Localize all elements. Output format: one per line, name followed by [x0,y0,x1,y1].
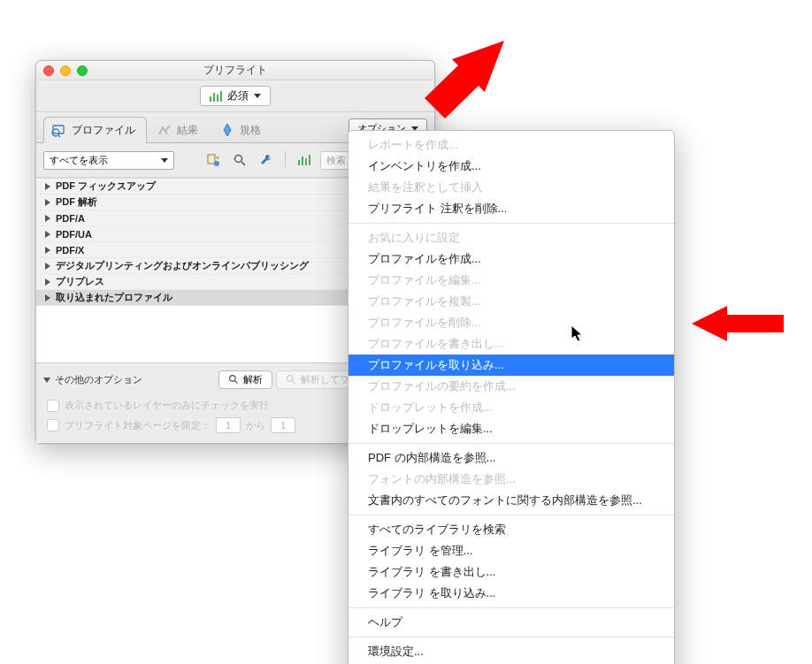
menu-item: お気に入りに設定 [349,227,674,248]
menu-item-label: PDF の内部構造を参照... [368,451,495,464]
tree-label: デジタルプリンティングおよびオンラインパブリッシング [56,259,309,272]
chart-icon-button[interactable] [294,150,315,170]
menu-item[interactable]: プロファイルを取り込み... [349,355,674,376]
window-controls [43,65,88,76]
tab-profile[interactable]: プロファイル [43,117,147,143]
disclosure-triangle-icon [45,279,50,286]
disclosure-triangle-icon [45,183,50,190]
menu-item-label: ライブラリ を管理... [368,544,472,557]
menu-item[interactable]: ライブラリ を管理... [349,540,674,561]
menu-separator [349,443,674,444]
menu-item[interactable]: ヘルプ [349,612,674,633]
layer-check-label: 表示されているレイヤーのみにチェックを実行 [65,399,269,412]
svg-point-11 [287,376,294,382]
menu-item-label: ライブラリ を書き出し... [368,565,495,578]
svg-point-9 [230,376,236,382]
tab-results-label: 結果 [177,123,198,138]
annotation-arrow-top [417,41,515,120]
menu-item-label: プロファイルを書き出し... [368,337,504,350]
tab-standards[interactable]: 規格 [211,117,272,143]
analyze-label: 解析 [243,373,263,386]
menu-item: フォントの内部構造を参照... [349,469,674,490]
menu-item-label: 環境設定... [368,645,424,658]
svg-line-2 [58,135,60,137]
menu-item[interactable]: 文書内のすべてのフォントに関する内部構造を参照... [349,490,674,511]
menu-item-label: ドロップレットを編集... [368,422,493,435]
menu-item: プロファイルを複製... [349,291,674,312]
menu-item[interactable]: ライブラリ を書き出し... [349,561,674,583]
page-to-connector: から [246,419,265,432]
results-icon [157,122,172,138]
disclosure-triangle-icon [45,263,50,270]
tree-label: PDF フィックスアップ [56,179,156,193]
menu-item-label: 結果を注釈として挿入 [368,180,483,194]
minimize-window-button[interactable] [60,65,71,76]
close-window-button[interactable] [43,65,54,76]
tab-results[interactable]: 結果 [149,117,210,143]
menu-item[interactable]: プリフライト 注釈を削除... [349,198,674,219]
analyze-button[interactable]: 解析 [218,370,272,389]
chevron-down-icon [254,94,261,98]
menu-item[interactable]: PDF の内部構造を参照... [349,447,674,469]
svg-point-7 [235,156,242,163]
magnifier-icon [228,374,240,385]
cursor-icon [571,325,586,343]
menu-item[interactable]: ドロップレットを編集... [349,418,674,439]
disclosure-triangle-icon [45,247,50,254]
menu-item-label: インベントリを作成... [368,159,481,172]
other-options-label: その他のオプション [55,373,142,386]
other-options-toggle[interactable]: その他のオプション [43,373,142,386]
tab-standards-label: 規格 [240,123,261,138]
menu-item[interactable]: 環境設定... [349,641,674,662]
profile-icon [51,122,67,138]
tree-label: PDF/X [56,245,84,256]
page-from-input[interactable]: 1 [216,417,241,433]
view-filter-value: すべてを表示 [50,154,108,167]
favorites-icon-button[interactable] [203,150,224,170]
menu-item[interactable]: すべてのライブラリを検索 [349,519,674,540]
standards-icon [219,122,235,138]
menu-item-label: プロファイルを作成... [368,252,481,265]
page-limit-label: プリフライト対象ページを限定： [65,419,211,432]
zoom-window-button[interactable] [77,65,88,76]
menu-item-label: ドロップレットを作成... [368,401,493,414]
page-to-input[interactable]: 1 [271,417,295,433]
menu-item: プロファイルの要約を作成... [349,376,674,397]
menu-item[interactable]: ライブラリ を取り込み... [349,583,674,604]
divider [285,151,286,169]
search-icon-button[interactable] [229,150,250,170]
disclosure-triangle-icon [45,199,50,206]
menu-item-label: すべてのライブラリを検索 [368,523,506,536]
menu-item: プロファイルを削除... [349,312,674,333]
view-filter-dropdown[interactable]: すべてを表示 [43,151,174,170]
menu-item[interactable]: プロファイルを作成... [349,248,674,270]
menu-item-label: ヘルプ [368,615,402,629]
layer-checkbox[interactable] [47,400,59,412]
menu-item-label: お気に入りに設定 [368,231,460,244]
wrench-icon-button[interactable] [256,150,277,170]
severity-dropdown[interactable]: 必須 [200,86,271,106]
menu-item-label: フォントの内部構造を参照... [368,472,516,485]
menu-item[interactable]: インベントリを作成... [349,156,674,177]
svg-marker-5 [216,156,219,160]
svg-marker-13 [425,41,504,118]
menu-item-label: プロファイルを編集... [368,273,481,286]
tree-label: プリプレス [56,275,104,288]
page-limit-checkbox[interactable] [47,419,59,431]
menu-separator [349,637,674,637]
window-title: プリフライト [36,63,434,78]
menu-item-label: プロファイルの要約を作成... [368,379,516,393]
tree-label: 取り込まれたプロファイル [56,291,172,304]
svg-marker-3 [224,124,231,136]
svg-rect-4 [208,155,215,164]
bars-icon [298,155,310,165]
menu-item: プロファイルを書き出し... [349,333,674,355]
svg-marker-14 [692,306,784,341]
svg-line-8 [241,162,245,165]
disclosure-down-icon [43,378,50,383]
titlebar: プリフライト [36,61,434,80]
disclosure-triangle-icon [45,215,50,222]
menu-item-label: プロファイルを複製... [368,294,481,308]
menu-separator [349,607,674,608]
tree-label: PDF 解析 [56,195,97,209]
